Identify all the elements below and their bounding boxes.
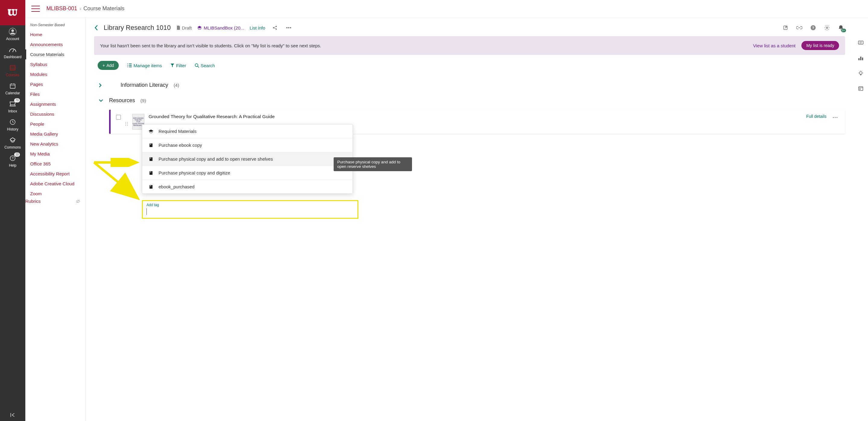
suggestions-icon[interactable] (856, 69, 865, 78)
history-icon (9, 118, 17, 126)
open-external-icon[interactable] (781, 24, 789, 32)
svg-rect-3 (10, 65, 16, 70)
coursenav-files[interactable]: Files (25, 89, 85, 99)
svg-rect-62 (860, 74, 861, 75)
svg-rect-54 (858, 58, 860, 60)
coursenav-course-materials[interactable]: Course Materials (25, 50, 85, 59)
svg-point-16 (276, 26, 277, 27)
course-link[interactable]: MLIBSandBox (20... (197, 25, 244, 30)
svg-point-40 (127, 125, 128, 126)
svg-line-50 (94, 162, 136, 197)
svg-point-57 (859, 72, 862, 74)
svg-point-35 (125, 122, 126, 123)
coursenav-rubrics[interactable]: Rubrics (25, 199, 41, 204)
annotation-arrow (93, 158, 141, 167)
chevron-right-icon (99, 83, 104, 87)
svg-rect-42 (150, 144, 151, 144)
svg-line-2 (13, 50, 14, 52)
back-button[interactable] (94, 25, 98, 31)
coursenav-adobe-cc[interactable]: Adobe Creative Cloud (25, 179, 85, 189)
coursenav-assignments[interactable]: Assignments (25, 99, 85, 109)
help-icon[interactable]: ? (809, 24, 817, 32)
notification-badge: 9+ (841, 29, 846, 32)
list-info-link[interactable]: List info (250, 25, 265, 30)
nav-commons[interactable]: Commons (0, 134, 25, 152)
search-button[interactable]: Search (195, 63, 215, 68)
cap-icon (197, 26, 202, 30)
add-button[interactable]: + Add (98, 61, 119, 70)
nav-courses[interactable]: Courses (0, 62, 25, 79)
coursenav-pages[interactable]: Pages (25, 79, 85, 89)
inbox-badge: 70 (14, 98, 20, 102)
item-more-icon[interactable]: ⋯ (831, 114, 840, 121)
nav-inbox[interactable]: 70 Inbox (0, 98, 25, 116)
dropdown-item-purchase-physical-reserve[interactable]: Purchase physical copy and add to open r… (142, 152, 352, 166)
courses-icon (9, 64, 17, 72)
svg-rect-65 (860, 89, 861, 90)
svg-point-26 (827, 27, 828, 29)
comments-icon[interactable] (856, 39, 865, 47)
banner: Your list hasn't been sent to the librar… (94, 36, 845, 55)
coursenav-people[interactable]: People (25, 119, 85, 129)
list-header: Library Research 1010 Draft MLIBSandBox … (94, 24, 845, 32)
nav-dashboard[interactable]: Dashboard (0, 43, 25, 62)
nav-help[interactable]: 10 ? Help (0, 152, 25, 170)
nav-account[interactable]: Account (0, 25, 25, 43)
filter-button[interactable]: Filter (170, 63, 186, 68)
commons-icon (9, 136, 17, 144)
more-icon[interactable] (284, 24, 293, 32)
nav-collapse-button[interactable] (0, 409, 25, 421)
nav-calendar[interactable]: Calendar (0, 79, 25, 98)
help-badge: 10 (14, 153, 20, 157)
item-checkbox[interactable] (116, 115, 121, 120)
dropdown-item-purchase-digitize[interactable]: Purchase physical copy and digitize (142, 166, 352, 180)
list-toolbar: + Add Manage items Filter Search (94, 61, 845, 70)
breadcrumb-page: Course Materials (84, 5, 124, 12)
coursenav-announcements[interactable]: Announcements (25, 39, 85, 50)
course-nav: Non-Semester Based Home Announcements Co… (25, 18, 86, 421)
svg-rect-56 (862, 58, 863, 60)
add-tag-field[interactable]: Add tag (142, 200, 358, 219)
link-icon[interactable] (795, 24, 804, 32)
coursenav-new-analytics[interactable]: New Analytics (25, 139, 85, 149)
svg-point-21 (288, 27, 289, 28)
notifications-icon[interactable]: 9+ (837, 24, 845, 32)
view-as-student-link[interactable]: View list as a student (753, 43, 796, 48)
filter-icon (170, 63, 175, 67)
book-icon (148, 171, 154, 175)
svg-point-37 (125, 124, 126, 125)
share-icon[interactable] (271, 24, 279, 32)
dropdown-item-ebook-purchased[interactable]: ebook_purchased (142, 180, 352, 193)
institution-logo[interactable] (0, 0, 25, 25)
settings-icon[interactable] (823, 24, 831, 32)
dropdown-item-purchase-ebook[interactable]: Purchase ebook copy (142, 138, 352, 152)
full-details-link[interactable]: Full details (806, 114, 827, 119)
coursenav-syllabus[interactable]: Syllabus (25, 59, 85, 69)
my-list-ready-button[interactable]: My list is ready (801, 41, 839, 50)
dropdown-item-required[interactable]: Required Materials (142, 125, 352, 138)
section-information-literacy[interactable]: Information Literacy (4) (94, 79, 845, 91)
library-hours-icon[interactable] (856, 84, 865, 93)
svg-text:?: ? (12, 156, 13, 160)
add-tag-input[interactable] (147, 208, 354, 215)
svg-point-17 (276, 29, 277, 30)
section-resources[interactable]: Resources (9) (94, 94, 845, 107)
drag-handle-icon[interactable] (125, 122, 128, 126)
coursenav-home[interactable]: Home (25, 30, 85, 39)
coursenav-my-media[interactable]: My Media (25, 149, 85, 159)
coursenav-modules[interactable]: Modules (25, 69, 85, 79)
nav-history[interactable]: History (0, 116, 25, 134)
dashboard-icon (9, 46, 17, 54)
search-icon (195, 63, 199, 68)
item-title[interactable]: Grounded Theory for Qualitative Research… (149, 114, 802, 119)
hamburger-button[interactable] (31, 6, 40, 12)
analytics-icon[interactable] (856, 54, 865, 63)
coursenav-zoom[interactable]: Zoom (25, 189, 85, 199)
breadcrumb-course[interactable]: MLIBSB-001 (46, 5, 77, 12)
coursenav-office-365[interactable]: Office 365 (25, 159, 85, 169)
manage-items-button[interactable]: Manage items (127, 63, 162, 68)
svg-rect-55 (860, 57, 861, 60)
coursenav-discussions[interactable]: Discussions (25, 109, 85, 119)
coursenav-media-gallery[interactable]: Media Gallery (25, 129, 85, 139)
coursenav-accessibility[interactable]: Accessibility Report (25, 169, 85, 179)
